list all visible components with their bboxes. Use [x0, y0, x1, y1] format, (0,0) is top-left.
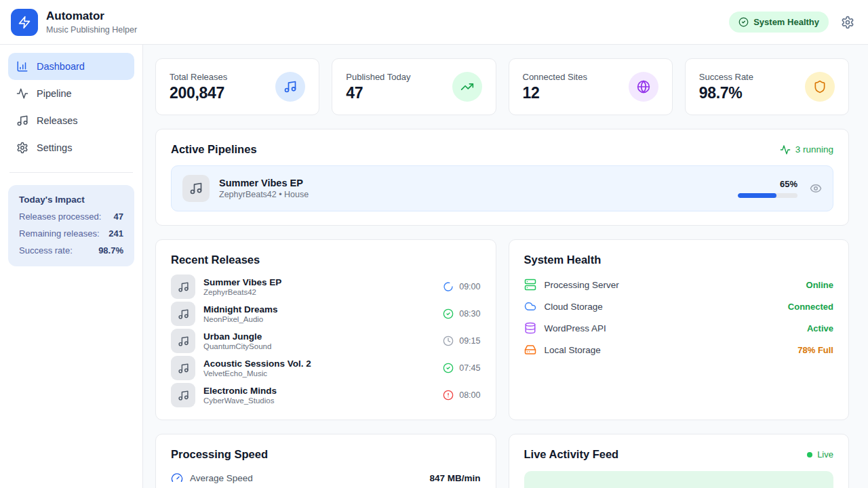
- release-icon-wrap: [171, 329, 195, 353]
- trending-up-icon: [460, 80, 474, 94]
- speed-label: Average Speed: [190, 473, 253, 483]
- sidebar-item-dashboard[interactable]: Dashboard: [8, 53, 134, 80]
- pipeline-progress: 65%: [738, 179, 797, 198]
- release-artist: QuantumCitySound: [203, 342, 271, 350]
- spinner-icon: [443, 281, 454, 292]
- stat-icon-wrap: [452, 72, 482, 102]
- alert-circle-icon: [443, 390, 454, 401]
- release-icon-wrap: [171, 302, 195, 326]
- release-status: 09:15: [443, 336, 480, 346]
- release-title: Electronic Minds: [203, 386, 277, 396]
- sidebar-item-releases[interactable]: Releases: [8, 107, 134, 134]
- music-note-icon: [178, 281, 189, 293]
- impact-title: Today's Impact: [19, 195, 123, 205]
- stat-card-connected-sites: Connected Sites 12: [509, 58, 673, 115]
- activity-icon: [16, 87, 28, 100]
- impact-value: 98.7%: [98, 245, 123, 256]
- release-icon-wrap: [171, 274, 195, 299]
- check-circle-icon: [443, 363, 454, 373]
- stats-row: Total Releases 200,847 Published Today 4…: [155, 58, 849, 115]
- release-artist: ZephyrBeats42: [203, 288, 281, 296]
- music-note-icon: [189, 182, 203, 195]
- eye-icon: [810, 182, 822, 195]
- health-label: Local Storage: [545, 345, 601, 355]
- stat-label: Total Releases: [170, 72, 227, 82]
- server-icon: [524, 279, 536, 291]
- pipeline-subtitle: ZephyrBeats42 • House: [219, 190, 309, 199]
- middle-columns: Recent Releases Summer Vibes EP ZephyrBe…: [155, 239, 849, 420]
- release-title: Urban Jungle: [203, 331, 271, 342]
- stat-card-total-releases: Total Releases 200,847: [155, 58, 319, 115]
- health-row: WordPress API Active: [524, 321, 834, 335]
- running-badge: 3 running: [780, 144, 833, 155]
- panel-title: Processing Speed: [171, 448, 481, 461]
- panel-title: Recent Releases: [171, 253, 481, 266]
- release-row: Acoustic Sessions Vol. 2 VelvetEcho_Musi…: [171, 356, 481, 380]
- bottom-columns: Processing Speed Average Speed 847 MB/mi…: [155, 434, 849, 488]
- health-row: Processing Server Online: [524, 278, 834, 291]
- music-note-icon: [178, 363, 189, 374]
- live-badge: Live: [807, 449, 833, 460]
- impact-row: Remaining releases: 241: [19, 228, 123, 239]
- stat-value: 12: [523, 84, 587, 102]
- stat-label: Connected Sites: [523, 72, 587, 82]
- stat-value: 98.7%: [699, 84, 753, 102]
- sidebar-item-pipeline[interactable]: Pipeline: [8, 80, 134, 107]
- live-dot-icon: [807, 452, 812, 458]
- release-artist: NeonPixel_Audio: [203, 315, 278, 323]
- top-header: Automator Music Publishing Helper System…: [0, 0, 868, 45]
- live-activity-panel: Live Activity Feed Live: [509, 434, 850, 488]
- panel-title: Active Pipelines: [171, 143, 257, 156]
- active-pipelines-panel: Active Pipelines 3 running: [155, 129, 849, 226]
- release-title: Midnight Dreams: [203, 304, 278, 314]
- release-artist: CyberWave_Studios: [203, 396, 277, 405]
- processing-speed-panel: Processing Speed Average Speed 847 MB/mi…: [155, 434, 496, 488]
- health-label: Processing Server: [545, 280, 619, 290]
- recent-releases-panel: Recent Releases Summer Vibes EP ZephyrBe…: [155, 239, 496, 420]
- sidebar-item-label: Pipeline: [37, 88, 72, 99]
- app-tagline: Music Publishing Helper: [46, 25, 137, 35]
- release-icon-wrap: [171, 383, 195, 407]
- release-time: 07:45: [459, 363, 480, 373]
- release-status: 08:00: [443, 390, 480, 401]
- speed-value: 847 MB/min: [429, 473, 480, 483]
- clock-icon: [443, 336, 454, 346]
- live-activity-header: Live Activity Feed Live: [524, 448, 834, 461]
- sidebar-item-label: Dashboard: [37, 61, 85, 72]
- system-healthy-badge: System Healthy: [729, 12, 829, 33]
- lightning-bolt-icon: [18, 16, 31, 29]
- main-layout: Dashboard Pipeline Releases Settings: [0, 45, 868, 488]
- health-label: Cloud Storage: [545, 302, 603, 312]
- impact-value: 241: [108, 228, 123, 239]
- release-title: Acoustic Sessions Vol. 2: [203, 359, 311, 369]
- sidebar-item-settings[interactable]: Settings: [8, 134, 134, 161]
- stat-value: 200,847: [170, 84, 227, 102]
- progress-bar-fill: [738, 193, 776, 198]
- activity-icon: [780, 144, 791, 155]
- impact-row: Releases processed: 47: [19, 211, 123, 222]
- panel-title: System Health: [524, 253, 834, 266]
- release-time: 08:30: [459, 309, 480, 319]
- release-status: 09:00: [443, 281, 480, 292]
- health-status: Active: [807, 323, 833, 333]
- system-health-panel: System Health Processing Server Online C…: [509, 239, 850, 420]
- panel-title: Live Activity Feed: [524, 448, 619, 461]
- sidebar-divider: [9, 172, 133, 173]
- check-circle-icon: [738, 17, 749, 27]
- speed-row: Average Speed 847 MB/min: [171, 472, 481, 484]
- header-settings-button[interactable]: [841, 16, 854, 29]
- impact-row: Success rate: 98.7%: [19, 245, 123, 256]
- todays-impact-card: Today's Impact Releases processed: 47 Re…: [8, 185, 134, 266]
- gear-icon: [16, 142, 28, 154]
- app-title-block: Automator Music Publishing Helper: [46, 9, 137, 34]
- release-time: 08:00: [459, 390, 480, 400]
- health-status: Online: [806, 280, 833, 290]
- app-name: Automator: [46, 9, 137, 23]
- impact-label: Success rate:: [19, 245, 73, 256]
- view-pipeline-button[interactable]: [810, 182, 822, 195]
- pipeline-item: Summer Vibes EP ZephyrBeats42 • House 65…: [171, 165, 833, 211]
- dashboard-content: Total Releases 200,847 Published Today 4…: [143, 45, 868, 488]
- stat-label: Success Rate: [699, 72, 753, 82]
- music-note-icon: [178, 308, 189, 320]
- check-circle-icon: [443, 308, 454, 319]
